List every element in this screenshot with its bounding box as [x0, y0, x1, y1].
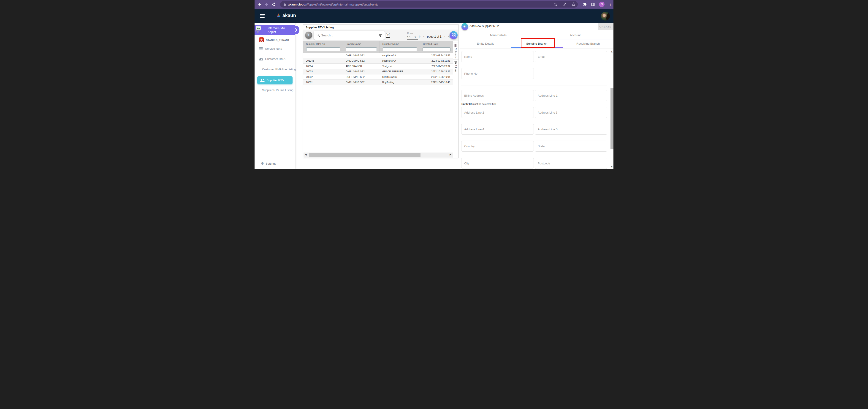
- browser-window: akaun.cloud/#/applet/tnt/wavelet/erp/int…: [254, 0, 614, 169]
- filter-input-created[interactable]: [423, 48, 451, 51]
- funnel-icon: [454, 61, 457, 64]
- filter-list-icon[interactable]: [379, 34, 382, 37]
- active-tab-indicator: [511, 48, 563, 48]
- tenant-label: STAGING_TENANT: [266, 39, 289, 41]
- broken-image-icon: [256, 26, 261, 30]
- list-icon: [259, 47, 263, 50]
- table-row[interactable]: 20002ONE LIVING SS2CRM Supplier2022-10-2…: [303, 74, 453, 80]
- address-bar[interactable]: akaun.cloud/#/applet/tnt/wavelet/erp/int…: [280, 1, 578, 7]
- billing-address-field[interactable]: [461, 90, 534, 101]
- address-line-2-field[interactable]: [461, 107, 534, 118]
- akaun-logo: akaun: [276, 13, 296, 18]
- address-line-4-field[interactable]: [461, 124, 534, 135]
- state-field[interactable]: [535, 141, 607, 152]
- column-header[interactable]: Branch Name: [343, 41, 379, 47]
- hamburger-menu-icon[interactable]: [260, 14, 265, 18]
- app-navbar: akaun: [254, 9, 614, 23]
- tab-main-details[interactable]: Main Details: [460, 32, 537, 39]
- table-row[interactable]: 20003ONE LIVING SS2GRACE SUPPLIER2022-10…: [303, 69, 453, 75]
- bookmark-star-icon[interactable]: [571, 2, 576, 6]
- scroll-right-icon[interactable]: ▶: [450, 153, 452, 156]
- url-path: /#/applet/tnt/wavelet/erp/internal-rma-a…: [305, 3, 378, 6]
- sidebar-item-label: Supplier RTV line Listing: [262, 89, 293, 92]
- people-icon: [260, 79, 265, 82]
- scroll-down-icon[interactable]: ▼: [611, 166, 613, 168]
- split-view-icon[interactable]: 2: [386, 33, 390, 38]
- postcode-field[interactable]: [535, 158, 607, 169]
- share-icon[interactable]: [562, 2, 566, 6]
- table-row[interactable]: ONE LIVING SS2supplier AAA2023-02-24 23:…: [303, 53, 453, 58]
- back-arrow-icon: [463, 25, 466, 28]
- tab-entity-details[interactable]: Entity Details: [460, 39, 511, 49]
- horizontal-scrollbar[interactable]: ◀ ▶: [304, 152, 453, 157]
- user-avatar[interactable]: [601, 12, 610, 21]
- address-line-1-field[interactable]: [535, 90, 607, 101]
- table-filter-row: [303, 47, 453, 53]
- browser-forward-icon[interactable]: [264, 2, 269, 7]
- scroll-up-icon[interactable]: ▲: [611, 50, 613, 53]
- entity-id-helper-text: Entity ID must be selected first: [462, 103, 496, 105]
- table-row[interactable]: 20004AKIB BRANCHTest_rout2022-11-09 23:3…: [303, 63, 453, 69]
- table-row[interactable]: 20001ONE LIVING SS2BugTesting2022-10-25 …: [303, 80, 453, 85]
- create-button[interactable]: CREATE: [598, 23, 613, 30]
- gear-icon: ⚙: [261, 162, 264, 166]
- horizontal-scrollbar-thumb[interactable]: [309, 153, 421, 157]
- email-field[interactable]: [535, 51, 607, 62]
- name-field[interactable]: [461, 51, 534, 62]
- browser-refresh-icon[interactable]: [271, 2, 277, 7]
- country-field[interactable]: [461, 141, 534, 152]
- tab-account[interactable]: Account: [537, 32, 614, 39]
- table-row[interactable]: 201245ONE LIVING SS2supplier AAA2023-02-…: [303, 58, 453, 64]
- caret-down-icon[interactable]: ▼: [414, 36, 416, 38]
- browser-back-icon[interactable]: [257, 2, 262, 7]
- side-panel-icon[interactable]: [591, 2, 595, 6]
- sidebar-item-label: Supplier RTV: [267, 79, 284, 82]
- browser-menu-icon[interactable]: ⋮: [609, 2, 612, 6]
- first-page-button[interactable]: |<: [419, 35, 422, 38]
- sidebar-item-service-note[interactable]: Service Note: [254, 47, 295, 52]
- rows-per-page-select[interactable]: 10: [407, 35, 410, 39]
- sidebar-item-supplier-rtv-line-listing[interactable]: Supplier RTV line Listing: [254, 88, 295, 93]
- sidebar-item-customer-rma-line-listing[interactable]: Customer RMA line Listing: [254, 67, 295, 72]
- phone-no-field[interactable]: [461, 68, 534, 79]
- address-line-3-field[interactable]: [535, 107, 607, 118]
- filters-rail-tab[interactable]: Filters: [453, 60, 459, 73]
- city-field[interactable]: [461, 158, 534, 169]
- rows-label: Rows: [407, 32, 413, 35]
- add-supplier-rtv-button[interactable]: +: [305, 32, 312, 39]
- filter-input-supplier[interactable]: [383, 48, 417, 51]
- scroll-left-icon[interactable]: ◀: [305, 153, 307, 156]
- vertical-scrollbar-thumb[interactable]: [611, 88, 614, 149]
- grid-icon: [452, 33, 456, 37]
- add-supplier-rtv-panel: Add New Supplier RTV CREATE Main Details…: [460, 23, 614, 169]
- prev-page-button[interactable]: <: [424, 35, 425, 38]
- column-header[interactable]: Supplier Name: [379, 41, 420, 47]
- search-box: [314, 31, 385, 39]
- extensions-puzzle-icon[interactable]: [583, 2, 587, 6]
- search-input[interactable]: [321, 34, 379, 37]
- filter-input-branch[interactable]: [346, 48, 376, 51]
- column-header[interactable]: Supplier RTV No: [303, 41, 343, 47]
- last-page-button[interactable]: >|: [447, 35, 450, 38]
- sidebar-item-tenant[interactable]: 大 STAGING_TENANT: [254, 37, 295, 44]
- filters-rail-label: Filters: [454, 65, 457, 72]
- sidebar-item-label: Customer RMA: [265, 57, 285, 61]
- zoom-out-icon[interactable]: [554, 2, 557, 6]
- grid-view-button[interactable]: [450, 31, 458, 39]
- address-line-5-field[interactable]: [535, 124, 607, 135]
- vertical-scrollbar[interactable]: ▲ ▼: [610, 49, 614, 169]
- sidebar-item-customer-rma[interactable]: Customer RMA: [254, 57, 295, 62]
- tab-receiving-branch[interactable]: Receiving Branch: [562, 39, 614, 49]
- sidebar: logo Internal RMA Applet 大 STAGING_TENAN…: [254, 23, 295, 169]
- next-page-button[interactable]: >: [443, 35, 445, 38]
- sidebar-item-settings[interactable]: ⚙ Settings: [254, 161, 295, 167]
- columns-rail-tab[interactable]: Columns: [453, 42, 459, 59]
- back-button[interactable]: [462, 23, 468, 30]
- browser-profile-avatar[interactable]: N: [599, 2, 604, 7]
- tab-sending-branch[interactable]: Sending Branch: [511, 39, 562, 49]
- sidebar-item-supplier-rtv[interactable]: Supplier RTV: [257, 76, 292, 84]
- filter-input-rtv-no[interactable]: [306, 48, 340, 51]
- column-header[interactable]: Created Date: [420, 41, 453, 47]
- supplier-rtv-table: Supplier RTV No Branch Name Supplier Nam…: [303, 41, 453, 85]
- applet-banner[interactable]: logo Internal RMA Applet: [254, 25, 295, 35]
